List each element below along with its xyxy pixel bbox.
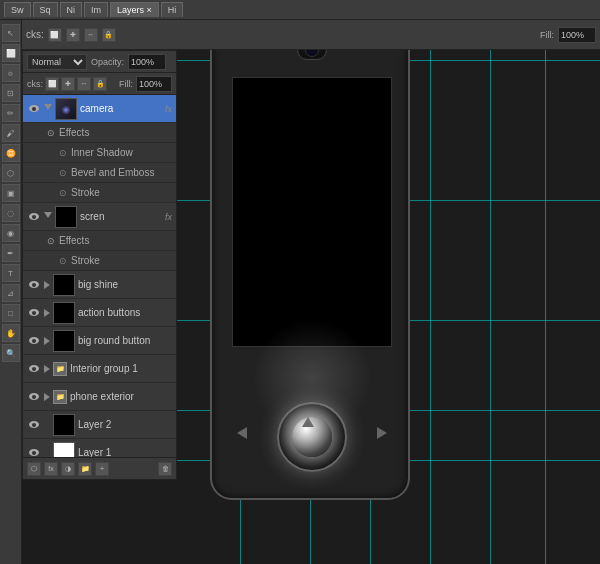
tool-select[interactable]: ⬜	[2, 44, 20, 62]
eye-icon-2	[29, 421, 39, 428]
effect-dot-stroke-camera: ⊙	[59, 188, 67, 198]
tab-hi[interactable]: Hi	[161, 2, 184, 17]
eye-icon-camera	[29, 105, 39, 112]
panel-bottom: ⬡ fx ◑ 📁 + 🗑	[23, 457, 176, 479]
layer-eye-round[interactable]	[27, 334, 41, 348]
layer-eye-1[interactable]	[27, 446, 41, 458]
thumb-action	[53, 302, 75, 324]
tool-eraser[interactable]: ⬡	[2, 164, 20, 182]
layer-2[interactable]: Layer 2	[23, 411, 176, 439]
tool-text[interactable]: T	[2, 264, 20, 282]
layer-name-big-shine: big shine	[78, 279, 172, 290]
lock-all[interactable]: 🔒	[93, 77, 107, 91]
tool-eyedropper[interactable]: ✏	[2, 104, 20, 122]
guide-v-6	[545, 0, 546, 564]
guide-v-4	[430, 0, 431, 564]
expand-scren[interactable]	[44, 212, 52, 222]
expand-action[interactable]	[44, 309, 50, 317]
layer-name-camera: camera	[80, 103, 162, 114]
add-style-btn[interactable]: fx	[44, 462, 58, 476]
expand-camera[interactable]	[44, 104, 52, 114]
tool-crop[interactable]: ⊡	[2, 84, 20, 102]
delete-layer-btn[interactable]: 🗑	[158, 462, 172, 476]
expand-round[interactable]	[44, 337, 50, 345]
phone-mockup	[200, 20, 420, 520]
tool-shape[interactable]: □	[2, 304, 20, 322]
opacity-label: Opacity:	[91, 57, 124, 67]
layer-phone-exterior[interactable]: 📁 phone exterior	[23, 383, 176, 411]
lock-transparent[interactable]: ⬜	[45, 77, 59, 91]
fill-input[interactable]	[558, 27, 596, 43]
layer-inner-shadow[interactable]: ⊙ Inner Shadow	[23, 143, 176, 163]
layer-eye-scren[interactable]	[27, 210, 41, 224]
layer-camera[interactable]: camera fx	[23, 95, 176, 123]
tool-pen[interactable]: ✒	[2, 244, 20, 262]
tool-gradient[interactable]: ▣	[2, 184, 20, 202]
lock-icon-1[interactable]: ⬜	[48, 28, 62, 42]
tab-sw[interactable]: Sw	[4, 2, 31, 17]
layer-interior-group[interactable]: 📁 Interior group 1	[23, 355, 176, 383]
layer-eye-interior[interactable]	[27, 362, 41, 376]
icons-row: cks: ⬜ ✚ ↔ 🔒 Fill:	[23, 73, 176, 95]
fill-input-inner[interactable]	[136, 76, 172, 92]
tool-zoom[interactable]: 🔍	[2, 344, 20, 362]
layer-eye-camera[interactable]	[27, 102, 41, 116]
layer-action-buttons[interactable]: action buttons	[23, 299, 176, 327]
tool-path[interactable]: ⊿	[2, 284, 20, 302]
blend-row: Normal Multiply Screen Opacity:	[23, 51, 176, 73]
tool-dodge[interactable]: ◉	[2, 224, 20, 242]
tool-brush[interactable]: 🖌	[2, 124, 20, 142]
layer-name-round: big round button	[78, 335, 172, 346]
guide-v-5	[490, 0, 491, 564]
expand-exterior[interactable]	[44, 393, 50, 401]
eye-icon-big-shine	[29, 281, 39, 288]
effect-dot-bevel: ⊙	[59, 168, 67, 178]
layer-big-round[interactable]: big round button	[23, 327, 176, 355]
lock-icon-2[interactable]: ✚	[66, 28, 80, 42]
tab-sq[interactable]: Sq	[33, 2, 58, 17]
blend-mode-select[interactable]: Normal Multiply Screen	[27, 54, 87, 70]
layer-stroke-scren[interactable]: ⊙ Stroke	[23, 251, 176, 271]
phone-screen	[232, 77, 392, 347]
layers-list[interactable]: camera fx ⊙ Effects ⊙ Inner Shadow ⊙ Bev…	[23, 95, 176, 457]
new-group-btn[interactable]: 📁	[78, 462, 92, 476]
expand-interior[interactable]	[44, 365, 50, 373]
layer-eye-big-shine[interactable]	[27, 278, 41, 292]
new-layer-btn[interactable]: +	[95, 462, 109, 476]
effects-label-camera: Effects	[59, 127, 89, 138]
tab-ni[interactable]: Ni	[60, 2, 83, 17]
tool-lasso[interactable]: ⌾	[2, 64, 20, 82]
lock-icon-3[interactable]: ↔	[84, 28, 98, 42]
layer-eye-action[interactable]	[27, 306, 41, 320]
layer-fx-scren: fx	[165, 212, 172, 222]
lock-pixels[interactable]: ✚	[61, 77, 75, 91]
layer-stroke-camera[interactable]: ⊙ Stroke	[23, 183, 176, 203]
thumb-scren	[55, 206, 77, 228]
link-layers-btn[interactable]: ⬡	[27, 462, 41, 476]
layer-eye-2[interactable]	[27, 418, 41, 432]
layer-bevel-emboss[interactable]: ⊙ Bevel and Emboss	[23, 163, 176, 183]
tab-layers[interactable]: Layers ×	[110, 2, 159, 17]
layer-1[interactable]: Layer 1	[23, 439, 176, 457]
arrow-right-icon	[377, 427, 387, 439]
tool-clone[interactable]: ♊	[2, 144, 20, 162]
options-bar: cks: ⬜ ✚ ↔ 🔒 Fill:	[22, 20, 600, 50]
add-mask-btn[interactable]: ◑	[61, 462, 75, 476]
tool-move[interactable]: ↖	[2, 24, 20, 42]
toolbar-left: ↖ ⬜ ⌾ ⊡ ✏ 🖌 ♊ ⬡ ▣ ◌ ◉ ✒ T ⊿ □ ✋ 🔍	[0, 20, 22, 564]
opacity-input[interactable]	[128, 54, 166, 70]
layer-big-shine[interactable]: big shine	[23, 271, 176, 299]
tool-hand[interactable]: ✋	[2, 324, 20, 342]
bevel-label: Bevel and Emboss	[71, 167, 154, 178]
layer-scren[interactable]: scren fx	[23, 203, 176, 231]
tab-im[interactable]: Im	[84, 2, 108, 17]
expand-big-shine[interactable]	[44, 281, 50, 289]
thumb-big-shine	[53, 274, 75, 296]
layer-name-1: Layer 1	[78, 447, 172, 457]
tool-blur[interactable]: ◌	[2, 204, 20, 222]
lock-icon-4[interactable]: 🔒	[102, 28, 116, 42]
layer-eye-exterior[interactable]	[27, 390, 41, 404]
lock-position[interactable]: ↔	[77, 77, 91, 91]
layer-name-exterior: phone exterior	[70, 391, 172, 402]
layers-panel: Normal Multiply Screen Opacity: cks: ⬜ ✚…	[22, 50, 177, 480]
